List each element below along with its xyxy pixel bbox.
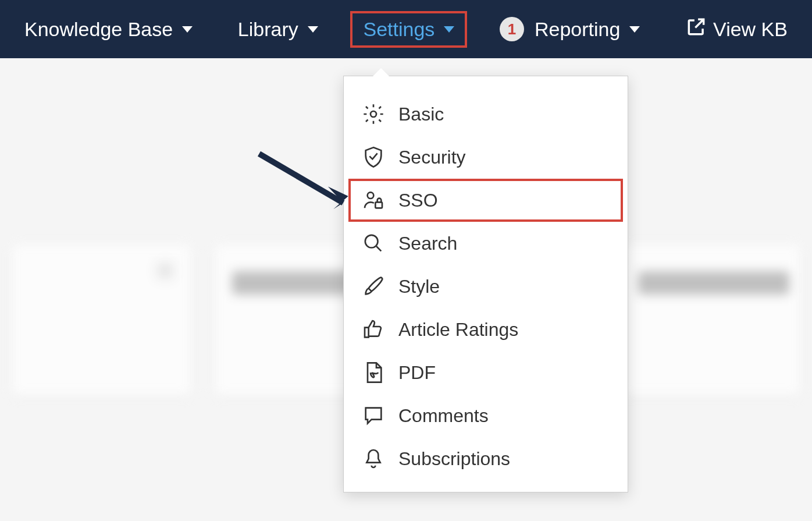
dropdown-scroll[interactable]: Basic Security SSO Search Style: [344, 93, 628, 480]
menu-label: Article Ratings: [398, 319, 518, 341]
svg-point-3: [365, 235, 378, 248]
menu-label: SSO: [398, 190, 438, 211]
menu-item-search[interactable]: Search: [344, 222, 628, 265]
menu-label: Basic: [398, 104, 444, 125]
nav-label: Library: [238, 18, 298, 41]
nav-library[interactable]: Library: [225, 11, 331, 48]
external-link-icon: [685, 16, 707, 42]
menu-label: Comments: [398, 405, 489, 427]
nav-knowledge-base[interactable]: Knowledge Base: [12, 11, 205, 48]
nav-view-kb[interactable]: View KB: [672, 9, 800, 49]
settings-dropdown: Basic Security SSO Search Style: [343, 76, 628, 492]
menu-item-subscriptions[interactable]: Subscriptions: [344, 437, 628, 480]
top-navbar: Knowledge Base Library Settings 1 Report…: [0, 0, 812, 58]
chevron-down-icon: [629, 26, 640, 33]
svg-point-4: [162, 268, 169, 274]
nav-settings[interactable]: Settings: [350, 11, 467, 48]
menu-item-pdf[interactable]: PDF: [344, 351, 628, 394]
chevron-down-icon: [444, 26, 454, 33]
menu-label: PDF: [398, 362, 436, 384]
chevron-down-icon: [308, 26, 318, 33]
menu-item-comments[interactable]: Comments: [344, 394, 628, 437]
svg-rect-2: [375, 202, 382, 208]
brush-icon: [361, 274, 386, 299]
nav-label: View KB: [713, 18, 788, 41]
menu-item-article-ratings[interactable]: Article Ratings: [344, 308, 628, 351]
gear-icon: [153, 258, 177, 283]
nav-reporting[interactable]: 1 Reporting: [487, 10, 653, 48]
notification-badge: 1: [500, 17, 524, 41]
menu-label: Search: [398, 233, 457, 254]
nav-label: Settings: [363, 18, 435, 41]
magnifier-icon: [361, 231, 386, 256]
annotation-arrow: [249, 148, 364, 222]
menu-label: Security: [398, 147, 466, 168]
menu-item-sso[interactable]: SSO: [348, 179, 623, 222]
user-lock-icon: [361, 188, 386, 212]
bell-icon: [361, 446, 386, 471]
gear-icon: [361, 102, 386, 126]
svg-point-0: [371, 111, 376, 117]
menu-item-basic[interactable]: Basic: [344, 93, 628, 136]
nav-label: Reporting: [535, 18, 620, 41]
svg-point-1: [368, 192, 374, 199]
menu-label: Style: [398, 276, 440, 297]
thumbs-up-icon: [361, 317, 386, 342]
comment-icon: [361, 403, 386, 428]
menu-item-security[interactable]: Security: [344, 136, 628, 179]
shield-icon: [361, 145, 386, 169]
menu-item-style[interactable]: Style: [344, 265, 628, 308]
nav-label: Knowledge Base: [24, 18, 173, 41]
file-pdf-icon: [361, 360, 386, 385]
chevron-down-icon: [182, 26, 193, 33]
menu-label: Subscriptions: [398, 448, 510, 470]
